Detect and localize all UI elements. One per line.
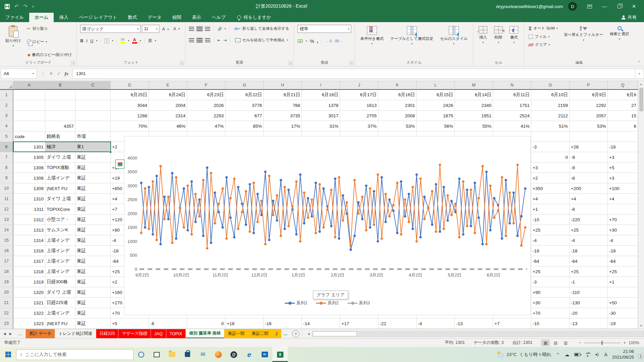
cell-P1[interactable]: 6月9日 <box>570 90 608 100</box>
cell-J3[interactable]: 2705 <box>340 111 378 121</box>
cell-P2[interactable]: 2292 <box>570 100 608 111</box>
cell-A13[interactable]: 1312 <box>13 215 45 225</box>
cell-Q11[interactable]: +4 <box>608 194 638 204</box>
horizontal-scrollbar[interactable]: ◀ <box>305 329 644 338</box>
undo-icon[interactable]: ↶ <box>14 3 19 9</box>
share-button[interactable]: 共有 <box>622 13 644 22</box>
cell-A9[interactable]: 1308 <box>13 173 45 183</box>
cell-K4[interactable]: 53% <box>378 121 417 131</box>
sheet-tab-TOPIX[interactable]: TOPIX <box>166 329 186 338</box>
cell-E2[interactable]: 2004 <box>149 100 187 111</box>
file-explorer-button[interactable] <box>164 347 180 362</box>
cell-Q22[interactable]: -30 <box>608 308 638 318</box>
sort-filter-button[interactable]: AZ 並べ替えとフィルター▾ <box>562 25 605 59</box>
row-header-21[interactable]: 21 <box>0 298 13 308</box>
column-header-N[interactable]: N <box>493 81 531 90</box>
cell-A11[interactable]: 1310 <box>13 194 45 204</box>
cell-Q18[interactable]: +25 <box>608 266 638 277</box>
cell-C18[interactable]: 東証 <box>75 266 111 277</box>
onedrive-cloud-icon[interactable]: ☁ <box>565 352 570 357</box>
cell-B9[interactable]: 上場インデ <box>45 173 75 183</box>
fill-button[interactable]: ↓フィル▾ <box>527 34 559 40</box>
row-header-5[interactable]: 5 <box>0 131 13 142</box>
quick-analysis-button[interactable] <box>115 160 124 169</box>
cell-O4[interactable]: 51% <box>531 121 570 131</box>
cell-O23[interactable]: -10 <box>531 318 570 329</box>
ribbon-display-options-button[interactable] <box>582 0 597 13</box>
cell-Q19[interactable]: +1 <box>608 277 638 287</box>
font-size-combo[interactable]: 11▾ <box>142 25 159 33</box>
wifi-icon[interactable] <box>585 353 590 357</box>
increase-indent-icon[interactable]: ⇥ <box>223 38 227 43</box>
cell-Q1[interactable]: 6月8 <box>608 90 638 100</box>
cell-D3[interactable]: 1288 <box>111 111 149 121</box>
cell-L2[interactable]: 2426 <box>417 100 455 111</box>
cell-I3[interactable]: 3017 <box>302 111 340 121</box>
column-header-A[interactable]: A <box>13 81 45 90</box>
cell-A17[interactable]: 1317 <box>13 256 45 266</box>
cell-A15[interactable]: 1314 <box>13 235 45 246</box>
ribbon-tab-校閲[interactable]: 校閲 <box>167 13 187 22</box>
formula-input[interactable]: 1301 <box>72 69 635 79</box>
cell-Q9[interactable]: +3 <box>608 173 638 183</box>
tell-me-box[interactable]: 何をしますか <box>237 13 271 22</box>
notification-center-button[interactable]: 1 <box>639 352 641 357</box>
cell-E23[interactable]: -6 <box>149 318 187 329</box>
ribbon-tab-ファイル[interactable]: ファイル <box>0 13 29 22</box>
weather-widget[interactable]: 23°C くもり時々晴れ <box>496 352 551 358</box>
cell-G2[interactable]: 3776 <box>225 100 264 111</box>
sheet-tab-個別 騰落率 推移[interactable]: 個別 騰落率 推移 <box>186 329 224 338</box>
column-header-L[interactable]: L <box>417 81 455 90</box>
embedded-line-chart[interactable]: 050010001500200025003000350040009月2日10月2… <box>124 136 531 315</box>
merge-center-button[interactable]: セルを結合して中央揃え▾ <box>234 37 289 43</box>
cell-C23[interactable]: 東証 <box>75 318 111 329</box>
cell-P7[interactable]: -9 <box>570 152 608 163</box>
increase-decimal-button[interactable]: ←.0 <box>325 39 331 43</box>
cell-H3[interactable]: 3735 <box>264 111 302 121</box>
cell-J4[interactable]: 37% <box>340 121 378 131</box>
decrease-decimal-button[interactable]: .00→ <box>334 39 342 43</box>
minimize-button[interactable]: — <box>597 0 612 13</box>
comma-style-button[interactable]: , <box>317 38 318 44</box>
sheet-tab-J[interactable]: J <box>272 329 281 338</box>
cell-I1[interactable]: 6月18日 <box>302 90 340 100</box>
cell-J1[interactable]: 6月17日 <box>340 90 378 100</box>
cell-M23[interactable]: -13 <box>455 318 493 329</box>
horizontal-scroll-thumb[interactable] <box>313 331 357 336</box>
cell-C3[interactable] <box>75 111 111 121</box>
cell-H23[interactable]: -16 <box>264 318 302 329</box>
cell-C12[interactable]: 東証 <box>75 204 111 215</box>
column-header-O[interactable]: O <box>531 81 570 90</box>
cell-Q13[interactable]: +70 <box>608 215 638 225</box>
cell-Q2[interactable]: 27 <box>608 100 638 111</box>
column-header-D[interactable]: D <box>111 81 149 90</box>
align-center-icon[interactable] <box>197 38 202 42</box>
cell-O9[interactable]: +2 <box>531 173 570 183</box>
cell-E3[interactable]: 2314 <box>149 111 187 121</box>
cell-C20[interactable]: 東証 <box>75 287 111 298</box>
row-header-19[interactable]: 19 <box>0 277 13 287</box>
row-header-20[interactable]: 20 <box>0 287 13 298</box>
cell-C19[interactable]: 東証 <box>75 277 111 287</box>
sheet-next-icon[interactable]: ▶ <box>9 332 12 336</box>
cell-A4[interactable] <box>13 121 45 131</box>
normal-view-button[interactable]: ▦ <box>541 340 550 346</box>
row-header-10[interactable]: 10 <box>0 183 13 194</box>
cell-A10[interactable]: 1309 <box>13 183 45 194</box>
cell-O20[interactable]: +90 <box>531 287 570 298</box>
cell-C22[interactable]: 東証 <box>75 308 111 318</box>
fill-color-button[interactable] <box>120 38 125 43</box>
volume-icon[interactable] <box>595 353 600 357</box>
paste-button[interactable]: 貼り付け ▾ <box>3 25 23 59</box>
cell-B1[interactable] <box>45 90 75 100</box>
cell-P12[interactable]: -8 <box>570 204 608 215</box>
row-header-11[interactable]: 11 <box>0 194 13 204</box>
cell-N1[interactable]: 6月11日 <box>493 90 531 100</box>
column-header-C[interactable]: C <box>75 81 111 90</box>
shrink-font-button[interactable]: A▼ <box>172 25 182 33</box>
cell-Q15[interactable]: -4 <box>608 235 638 246</box>
cell-B4[interactable]: 4357 <box>45 121 75 131</box>
cell-B7[interactable]: ダイワ 上場 <box>45 152 75 163</box>
cell-B19[interactable]: 日経300株 <box>45 277 75 287</box>
cell-A5[interactable]: code <box>13 131 45 142</box>
